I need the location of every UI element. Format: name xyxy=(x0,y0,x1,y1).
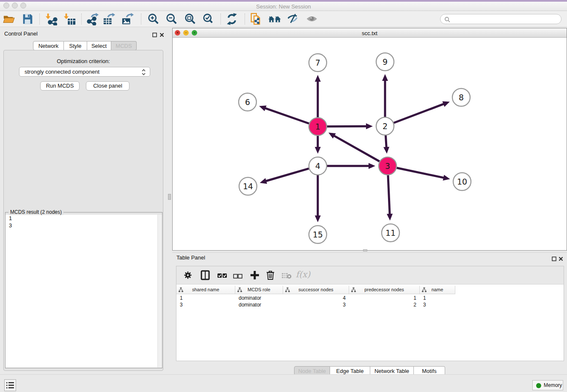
show-all-networks-icon[interactable] xyxy=(268,13,281,25)
graph-node-label-15: 15 xyxy=(313,230,323,239)
zoom-out-icon[interactable] xyxy=(165,13,178,25)
edge-arrow-2-3 xyxy=(383,147,389,154)
close-panel-button[interactable]: Close panel xyxy=(86,81,129,91)
edge-arrow-1-2 xyxy=(366,123,373,129)
edge-1-2[interactable] xyxy=(327,126,367,127)
select-all-icon[interactable] xyxy=(217,273,227,280)
close-panel-icon[interactable] xyxy=(160,31,164,39)
edge-1-6[interactable] xyxy=(265,108,309,124)
hide-selected-icon[interactable] xyxy=(286,13,299,25)
network-window-title: scc.txt xyxy=(173,30,567,36)
export-table-icon[interactable] xyxy=(103,13,116,25)
graph-node-label-2: 2 xyxy=(383,121,388,131)
table-row[interactable]: 3dominator323 xyxy=(176,302,455,309)
graph-node-label-8: 8 xyxy=(459,93,464,102)
deselect-all-icon[interactable] xyxy=(233,273,242,281)
edge-2-8[interactable] xyxy=(394,104,444,123)
graph-node-label-10: 10 xyxy=(457,177,467,186)
table-cell[interactable]: dominator xyxy=(235,295,283,302)
table-cell[interactable]: 3 xyxy=(176,302,235,309)
delete-column-icon[interactable] xyxy=(266,270,275,282)
export-network-icon[interactable] xyxy=(86,13,99,25)
table-cell[interactable]: 4 xyxy=(283,295,349,302)
mcds-result-list[interactable]: 13 xyxy=(6,215,162,367)
column-header-successor-nodes[interactable]: successor nodes xyxy=(283,286,349,294)
import-table-icon[interactable] xyxy=(63,13,76,25)
network-graph-canvas[interactable]: 7968124314101511 xyxy=(173,38,567,251)
zoom-selected-icon[interactable] xyxy=(202,13,215,25)
graph-node-label-9: 9 xyxy=(383,57,388,66)
cp-tab-network[interactable]: Network xyxy=(33,41,64,50)
task-history-button[interactable] xyxy=(4,379,16,391)
column-header-predecessor-nodes[interactable]: predecessor nodes xyxy=(349,286,420,294)
table-cell[interactable]: 1 xyxy=(349,295,420,302)
control-panel-tabs: NetworkStyleSelectMCDS xyxy=(33,41,137,50)
function-builder-icon[interactable]: f(x) xyxy=(296,269,310,279)
float-panel-icon[interactable] xyxy=(152,31,157,39)
save-session-icon[interactable] xyxy=(21,13,34,25)
show-selected-icon[interactable] xyxy=(306,13,318,25)
table-cell[interactable]: 3 xyxy=(420,302,455,309)
window-titlebar[interactable]: Session: New Session xyxy=(0,2,567,11)
table-float-icon[interactable] xyxy=(552,255,556,263)
edge-arrow-4-14 xyxy=(260,178,267,184)
edge-arrow-3-11 xyxy=(387,214,393,221)
table-cell[interactable]: 1 xyxy=(176,295,235,302)
edge-arrow-1-6 xyxy=(259,105,266,111)
edge-arrow-2-9 xyxy=(382,74,388,81)
edge-arrow-4-3 xyxy=(369,163,375,169)
zoom-in-icon[interactable] xyxy=(147,13,160,25)
vertical-splitter-grip[interactable] xyxy=(363,249,367,251)
open-network-file-icon[interactable] xyxy=(250,13,262,25)
edge-arrow-3-10 xyxy=(443,175,450,181)
edge-arrow-4-15 xyxy=(315,215,321,222)
refresh-view-icon[interactable] xyxy=(226,13,238,25)
add-column-icon[interactable] xyxy=(249,270,260,282)
criterion-dropdown[interactable]: strongly connected component xyxy=(19,67,150,77)
table-cell[interactable]: dominator xyxy=(235,302,283,309)
zoom-fit-icon[interactable] xyxy=(184,13,196,25)
mcds-result-scrollbar[interactable] xyxy=(157,215,162,367)
cp-tab-select[interactable]: Select xyxy=(87,41,111,50)
delete-table-icon[interactable] xyxy=(281,272,292,281)
column-header-name[interactable]: name xyxy=(420,286,455,294)
column-header-shared-name[interactable]: shared name xyxy=(176,286,235,294)
graph-node-label-14: 14 xyxy=(243,182,253,191)
settings-gear-icon[interactable] xyxy=(184,271,192,281)
main-toolbar xyxy=(0,11,567,27)
control-panel-title: Control Panel xyxy=(4,30,38,37)
table-cell[interactable]: 1 xyxy=(420,295,455,302)
edge-2-3[interactable] xyxy=(385,135,386,148)
edge-3-11[interactable] xyxy=(388,175,390,215)
table-toolbar: f(x) xyxy=(176,266,564,284)
edge-3-1[interactable] xyxy=(333,135,379,161)
import-network-icon[interactable] xyxy=(45,13,58,25)
run-mcds-button[interactable]: Run MCDS xyxy=(40,81,80,91)
edge-arrow-1-7 xyxy=(315,75,321,82)
dropdown-arrows-icon xyxy=(142,69,146,76)
open-session-icon[interactable] xyxy=(3,13,15,25)
cp-tab-style[interactable]: Style xyxy=(64,41,87,50)
export-image-icon[interactable] xyxy=(121,13,134,25)
table-row[interactable]: 1dominator411 xyxy=(176,295,455,302)
graph-node-label-3: 3 xyxy=(385,161,390,171)
control-panel: Control Panel NetworkStyleSelectMCDS Opt… xyxy=(0,28,167,374)
memory-button[interactable]: Memory xyxy=(532,380,563,390)
graph-node-label-11: 11 xyxy=(385,228,396,237)
graph-node-label-7: 7 xyxy=(315,58,320,67)
horizontal-splitter-grip[interactable] xyxy=(168,194,171,200)
edge-3-10[interactable] xyxy=(397,168,444,178)
table-cell[interactable]: 3 xyxy=(283,302,349,309)
mcds-result-item[interactable]: 1 xyxy=(6,215,162,222)
graph-node-label-1: 1 xyxy=(315,122,320,131)
graph-node-label-4: 4 xyxy=(315,161,320,171)
search-input[interactable] xyxy=(440,14,561,24)
edge-4-14[interactable] xyxy=(265,168,309,181)
network-window-titlebar[interactable]: ✕ − + scc.txt xyxy=(173,28,567,38)
mcds-result-item[interactable]: 3 xyxy=(6,222,162,229)
table-cell[interactable]: 2 xyxy=(349,302,420,309)
column-view-icon[interactable] xyxy=(201,270,210,282)
cp-tab-mcds[interactable]: MCDS xyxy=(111,41,137,50)
table-close-icon[interactable] xyxy=(559,255,563,263)
column-header-MCDS-role[interactable]: MCDS role xyxy=(235,286,283,294)
